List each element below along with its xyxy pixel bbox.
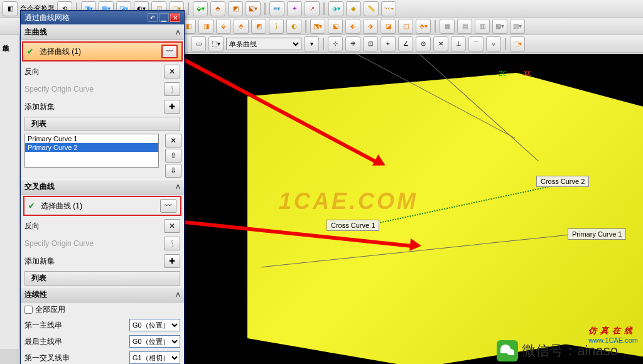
primary-curve-list[interactable]: Primary Curve 1 Primary Curve 2 (24, 134, 159, 168)
dialog-titlebar[interactable]: 通过曲线网格 ↶ ▁ ✕ (21, 11, 184, 24)
tool-orange-box-icon[interactable]: ⬘ (234, 19, 249, 34)
tool-vector-icon[interactable]: ↗ (305, 1, 320, 16)
tool-surface-icon[interactable]: ⬗▾ (328, 1, 343, 16)
delete-icon[interactable]: ✕ (165, 134, 181, 147)
add-new-primary-row: 添加新集 ✚ (21, 98, 184, 115)
separator (323, 3, 325, 15)
tool-mesh-icon[interactable]: ▦ (440, 19, 455, 34)
tool-generic[interactable]: ◐ (286, 19, 301, 34)
tool-snap-icon[interactable]: ⊥ (451, 36, 466, 51)
apply-all-checkbox[interactable] (24, 306, 33, 314)
tool-dropdown-icon[interactable]: ▾ (304, 36, 319, 51)
tool-generic[interactable]: ◧ (3, 1, 18, 16)
chevron-up-icon: ᐱ (176, 29, 180, 36)
check-icon: ✔ (27, 47, 33, 56)
apply-all-row[interactable]: 全部应用 (21, 302, 184, 317)
watermark-text: 1CAE.COM (279, 188, 418, 215)
tool-orange-box-icon[interactable]: ⬔▾ (310, 19, 325, 34)
tool-snap-icon[interactable]: ∠ (398, 36, 413, 51)
minimize-icon[interactable]: ▁ (159, 13, 169, 22)
tool-mesh-icon[interactable]: ▩▾ (492, 19, 507, 34)
x-axis-label: XC (524, 70, 531, 77)
tool-select-icon[interactable]: ▭ (191, 36, 206, 51)
section-cross[interactable]: 交叉曲线ᐱ (21, 179, 184, 195)
dialog-title: 通过曲线网格 (24, 13, 70, 23)
reverse-icon[interactable]: ✕ (164, 219, 180, 233)
g1-select[interactable]: G1（相切） (129, 351, 180, 364)
tool-sheet-icon[interactable]: ≡▾ (269, 1, 284, 16)
reverse-icon[interactable]: ✕ (164, 65, 180, 78)
select-cross-curve-row[interactable]: ✔ 选择曲线 (1) 〰 (23, 196, 181, 216)
tool-feature-icon[interactable]: ◩ (228, 1, 243, 16)
tool-snap-icon[interactable]: ⁜ (345, 36, 360, 51)
tool-orange-box-icon[interactable]: ⬖ (345, 19, 360, 34)
tool-cube-icon[interactable]: ⬚▾ (510, 36, 525, 51)
tool-snap-icon[interactable]: ⌖ (381, 36, 396, 51)
move-up-icon[interactable]: ⇧ (165, 149, 181, 163)
curve-picker-icon[interactable]: 〰 (160, 199, 176, 213)
tool-feature-icon[interactable]: ⬕▾ (246, 1, 261, 16)
tool-sweep-icon[interactable]: ⟆ (269, 19, 284, 34)
tool-snap-icon[interactable]: ⟐ (486, 36, 501, 51)
list-header[interactable]: 列表 (24, 271, 180, 286)
undo-icon[interactable]: ↶ (148, 13, 158, 22)
g0-select[interactable]: G0（位置） (129, 335, 180, 348)
origin-icon: ⟆ (164, 237, 180, 250)
list-item[interactable]: Primary Curve 2 (25, 143, 158, 152)
tool-select-icon[interactable]: ⬚▾ (208, 36, 224, 51)
3d-viewport[interactable]: ZC XC Cross Curve 1 Cross Curve 2 Primar… (185, 54, 643, 364)
tool-feature-icon[interactable]: ⬘ (210, 1, 225, 16)
tool-orange-box-icon[interactable]: ⬙ (216, 19, 231, 34)
tool-snap-icon[interactable]: ✕ (433, 36, 448, 51)
separator (305, 20, 306, 33)
tool-mesh-icon[interactable]: ▥ (475, 19, 490, 34)
separator (435, 20, 436, 33)
list-item[interactable]: Primary Curve 1 (25, 134, 158, 143)
primary-curve-1-tag[interactable]: Primary Curve 1 (568, 228, 626, 240)
tool-mesh-icon[interactable]: ▧▾ (510, 19, 525, 34)
tool-surface-icon[interactable]: ◆ (346, 1, 361, 16)
tool-snap-icon[interactable]: ⌒ (468, 36, 484, 51)
left-sidebar: 前线串 (0, 35, 20, 349)
g0-select[interactable]: G0（位置） (129, 319, 180, 331)
tool-orange-box-icon[interactable]: ⬕ (328, 19, 343, 34)
left-tab-label[interactable]: 前线串 (0, 35, 12, 43)
tool-orange-box-icon[interactable]: ◩ (251, 19, 266, 34)
last-primary-row: 最后主线串 G0（位置） (21, 333, 184, 350)
tool-orange-box-icon[interactable]: ◪ (381, 19, 396, 34)
select-primary-curve-row[interactable]: ✔ 选择曲线 (1) 〰 (22, 41, 183, 62)
tool-orange-box-icon[interactable]: ◫ (398, 19, 413, 34)
wechat-label: 微信号：ainaso (522, 341, 618, 360)
tool-measure-icon[interactable]: 📏 (364, 1, 379, 16)
origin-primary-row: Specify Origin Curve ⟆ (21, 80, 184, 98)
tool-snap-icon[interactable]: ⊙ (416, 36, 431, 51)
chevron-up-icon: ᐱ (176, 183, 180, 190)
tool-orange-box-icon[interactable]: ◨ (198, 19, 213, 34)
move-down-icon[interactable]: ⇩ (165, 164, 181, 178)
cross-curve-2-tag[interactable]: Cross Curve 2 (536, 176, 589, 187)
close-icon[interactable]: ✕ (170, 13, 180, 22)
list-header[interactable]: 列表 (24, 117, 180, 131)
tool-orange-box-icon[interactable]: ⬘▾ (416, 19, 431, 34)
tool-snap-icon[interactable]: ⊹ (328, 36, 343, 51)
curve-mode-select[interactable]: 单条曲线 (226, 38, 301, 50)
add-icon[interactable]: ✚ (164, 100, 180, 114)
tool-orange-box-icon[interactable]: ⬗ (363, 19, 378, 34)
tool-snap-icon[interactable]: ⊡ (363, 36, 378, 51)
tool-mesh-icon[interactable]: ▤ (457, 19, 472, 34)
separator (323, 38, 324, 50)
tool-curve-icon[interactable]: 〰▾ (381, 1, 396, 16)
reverse-cross-row: 反向 ✕ (21, 217, 184, 235)
tool-feature-icon[interactable]: ⬙▾ (193, 1, 208, 16)
curve-picker-icon[interactable]: 〰 (161, 45, 178, 58)
tool-axis-icon[interactable]: ✦ (287, 1, 302, 16)
site-stamp: 仿真在线 www.1CAE.com (588, 325, 638, 344)
cross-curve-1-tag[interactable]: Cross Curve 1 (327, 220, 379, 231)
reverse-primary-row: 反向 ✕ (21, 63, 184, 80)
section-primary[interactable]: 主曲线ᐱ (21, 24, 184, 40)
add-new-cross-row: 添加新集 ✚ (21, 252, 184, 270)
section-continuity[interactable]: 连续性ᐱ (21, 287, 184, 302)
through-curve-mesh-dialog: 通过曲线网格 ↶ ▁ ✕ 主曲线ᐱ ✔ 选择曲线 (1) 〰 反向 ✕ Spec… (20, 10, 185, 364)
wechat-icon (497, 340, 518, 361)
add-icon[interactable]: ✚ (164, 254, 180, 268)
